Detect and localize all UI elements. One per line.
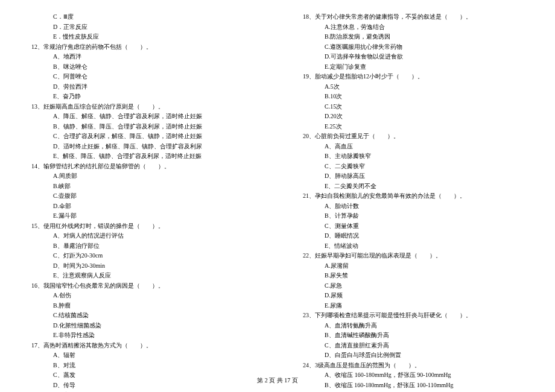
option-line: D、时间为20-30min [18, 261, 265, 271]
option-line: C、阿普唑仑 [18, 72, 265, 82]
option-line: B、计算孕龄 [290, 211, 537, 221]
option-line: E、解痉、降压、镇静、合理扩容及利尿，适时终止妊娠 [18, 151, 265, 162]
option-line: D、适时终止妊娠，解痉、降压、镇静、合理扩容及利尿 [18, 142, 265, 152]
option-line: E、情绪波动 [290, 241, 537, 251]
option-line: D、白蛋白与球蛋白比例倒置 [290, 350, 537, 361]
option-line: D.20次 [290, 112, 537, 122]
option-line: A.尿潴留 [290, 261, 537, 271]
option-line: E.漏斗部 [18, 211, 265, 221]
question-line: 15、使用红外线烤灯时，错误的操作是（ ）。 [18, 221, 265, 232]
question-line: 18、关于对心律失常患者的健康指导，不妥的叙述是（ ）。 [290, 12, 537, 22]
option-line: C、血清直接胆红素升高 [290, 341, 537, 351]
option-line: B、暴露治疗部位 [18, 241, 265, 251]
option-line: A.创伤 [18, 291, 265, 301]
option-line: C.遵医嘱服用抗心律失常药物 [290, 42, 537, 52]
option-line: A、血清转氨酶升高 [290, 321, 537, 331]
question-line: 23、下列哪项检查结果提示可能是慢性肝炎与肝硬化（ ）。 [290, 311, 537, 321]
option-line: C.尿急 [290, 281, 537, 291]
option-line: B、主动脉瓣狭窄 [290, 151, 537, 162]
option-line: B、咪达唑仑 [18, 62, 265, 72]
option-line: B.峡部 [18, 182, 265, 192]
question-line: 13、妊娠期高血压综合征的治疗原则是（ ）。 [18, 102, 265, 112]
option-line: D、肺动脉高压 [290, 171, 537, 182]
option-line: E.25次 [290, 122, 537, 132]
option-line: B.尿失禁 [290, 271, 537, 281]
option-line: A.间质部 [18, 171, 265, 182]
option-line: E.非特异性感染 [18, 330, 265, 341]
option-line: C、测量体重 [290, 221, 537, 232]
page-content: C．Ⅲ度D．正常反应E．慢性皮肤反应 12、常规治疗焦虑症的药物不包括（ ）。A… [0, 0, 555, 392]
option-line: A、辐射 [18, 350, 265, 361]
question-line: 24、3级高血压是指血压的范围为（ ）。 [290, 361, 537, 371]
option-line: C、灯距为20-30cm [18, 251, 265, 261]
option-line: D、睡眠情况 [290, 231, 537, 241]
page-footer: 第 2 页 共 17 页 [0, 376, 555, 385]
option-line: A.5次 [290, 82, 537, 92]
option-line: C.壶腹部 [18, 191, 265, 201]
option-line: D．正常反应 [18, 22, 265, 33]
option-line: C.结核菌感染 [18, 311, 265, 321]
option-line: C.15次 [290, 102, 537, 112]
option-line: E.定期门诊复查 [290, 62, 537, 72]
option-line: B、血清碱性磷酸酶升高 [290, 330, 537, 341]
option-line: A、高血压 [290, 142, 537, 152]
option-line: C、二尖瓣狭窄 [290, 162, 537, 172]
question-line: 20、心脏前负荷过重见于（ ）。 [290, 131, 537, 142]
right-column: 18、关于对心律失常患者的健康指导，不妥的叙述是（ ）。A.注意休息，劳逸结合B… [290, 12, 537, 392]
question-line: 14、输卵管结扎术的结扎部位是输卵管的（ ）。 [18, 162, 265, 172]
question-line: 16、我国缩窄性心包炎最常见的病因是（ ）。 [18, 281, 265, 291]
option-line: E.尿痛 [290, 301, 537, 311]
option-line: E、注意观察病人反应 [18, 271, 265, 281]
option-line: A.注意休息，劳逸结合 [290, 22, 537, 33]
option-line: B、对流 [18, 361, 265, 371]
option-line: D.尿频 [290, 291, 537, 301]
question-line: 22、妊娠早期孕妇可能出现的临床表现是（ ）。 [290, 251, 537, 261]
option-line: A、胎动计数 [290, 201, 537, 212]
option-line: C、合理扩容及利尿，解痉、降压、镇静，适时终止妊娠 [18, 131, 265, 142]
option-line: B.肿瘤 [18, 301, 265, 311]
option-line: D.化脓性细菌感染 [18, 321, 265, 331]
option-line: B.防治原发病，避免诱因 [290, 32, 537, 42]
option-line: E、奋乃静 [18, 92, 265, 102]
option-line: D.可选择辛辣食物以促进食欲 [290, 52, 537, 62]
option-line: B、镇静、解痉、降压、合理扩容及利尿，适时终止妊娠 [18, 122, 265, 132]
question-line: 21、孕妇自我检测胎儿的安危最简单有效的办法是（ ）。 [290, 191, 537, 201]
option-line: B.10次 [290, 92, 537, 102]
option-line: D、劳拉西泮 [18, 82, 265, 92]
option-line: D.伞部 [18, 201, 265, 212]
question-line: 19、胎动减少是指胎动12小时少于（ ）。 [290, 72, 537, 82]
left-column: C．Ⅲ度D．正常反应E．慢性皮肤反应 12、常规治疗焦虑症的药物不包括（ ）。A… [18, 12, 265, 392]
option-line: A、地西泮 [18, 52, 265, 62]
question-line: 17、高热时酒精擦浴其散热方式为（ ）。 [18, 341, 265, 351]
option-line: A、降压、解痉、镇静、合理扩容及利尿，适时终止妊娠 [18, 112, 265, 122]
option-line: C．Ⅲ度 [18, 12, 265, 22]
question-line: 12、常规治疗焦虑症的药物不包括（ ）。 [18, 42, 265, 52]
option-line: E、二尖瓣关闭不全 [290, 182, 537, 192]
option-line: A、对病人的情况进行评估 [18, 231, 265, 241]
option-line: E．慢性皮肤反应 [18, 32, 265, 42]
